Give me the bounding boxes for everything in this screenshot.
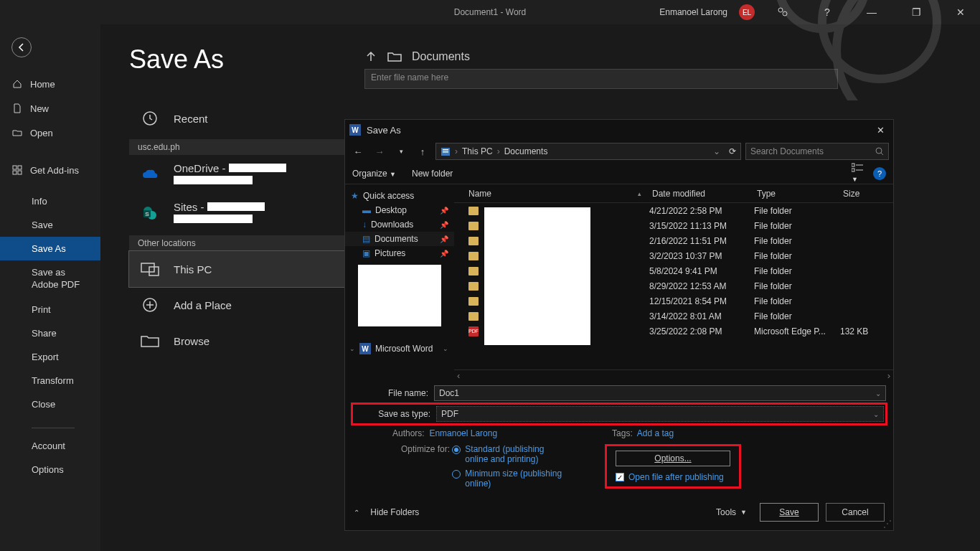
nav-up-icon[interactable]: ↑ (414, 143, 431, 160)
column-date[interactable]: Date modified (652, 189, 757, 199)
nav-open[interactable]: Open (0, 121, 100, 145)
highlight-save-type: Save as type: PDF⌄ (351, 402, 887, 425)
nav-info[interactable]: Info (0, 189, 100, 213)
refresh-icon[interactable]: ⟳ (729, 146, 736, 156)
window-restore-icon[interactable]: ❐ (900, 0, 933, 24)
organize-button[interactable]: Organize ▼ (352, 169, 396, 179)
nav-transform[interactable]: Transform (0, 369, 100, 392)
breadcrumb-root[interactable]: This PC (462, 146, 493, 156)
location-recent[interactable]: Recent (129, 100, 359, 136)
dialog-help-icon[interactable]: ? (873, 167, 886, 180)
nav-get-addins[interactable]: Get Add-ins (0, 158, 100, 182)
nav-print[interactable]: Print (0, 298, 100, 321)
nav-home[interactable]: Home (0, 72, 100, 96)
dialog-footer: ⌃ Hide Folders Tools▼ Save Cancel (345, 493, 893, 530)
tree-documents[interactable]: ▤Documents📌 (345, 232, 454, 246)
nav-options[interactable]: Options (0, 458, 100, 481)
location-add-place[interactable]: Add a Place (129, 287, 359, 323)
window-close-icon[interactable]: ✕ (944, 0, 977, 24)
user-avatar[interactable]: EL (739, 4, 755, 20)
tree-pinned-thumbnail[interactable] (358, 265, 441, 326)
address-bar[interactable]: › This PC › Documents ⌄ ⟳ (435, 143, 741, 160)
user-name[interactable]: Enmanoel Larong (659, 7, 727, 17)
folder-tree: ★Quick access ▬Desktop📌 ↓Downloads📌 ▤Doc… (345, 184, 454, 381)
up-arrow-icon[interactable] (364, 50, 377, 63)
pin-icon: 📌 (440, 250, 448, 258)
nav-save-as[interactable]: Save As (0, 237, 100, 260)
nav-export[interactable]: Export (0, 345, 100, 369)
tools-dropdown[interactable]: Tools▼ (716, 507, 747, 517)
tags-value[interactable]: Add a tag (637, 428, 674, 438)
window-minimize-icon[interactable]: — (855, 0, 888, 24)
tree-desktop[interactable]: ▬Desktop📌 (345, 203, 454, 217)
location-browse[interactable]: Browse (129, 323, 359, 359)
view-mode-icon[interactable]: ▼ (852, 163, 863, 184)
notifications-icon[interactable] (766, 0, 799, 24)
document-title: Document1 - Word (454, 7, 526, 17)
location-onedrive[interactable]: OneDrive - (129, 155, 359, 194)
location-label: Browse (174, 335, 209, 347)
nav-label: Save (32, 220, 53, 230)
cancel-button[interactable]: Cancel (826, 503, 885, 522)
cell-type: File folder (754, 311, 840, 321)
resize-grip-icon[interactable]: ⋰ (883, 519, 892, 529)
folder-icon (468, 207, 479, 215)
back-button[interactable] (11, 37, 32, 57)
save-button[interactable]: Save (760, 503, 819, 522)
savetype-field[interactable]: PDF⌄ (436, 406, 884, 422)
tree-label: Pictures (374, 248, 405, 258)
location-label: Add a Place (174, 299, 232, 311)
tree-microsoft-word[interactable]: ⌄WMicrosoft Word⌄ (345, 341, 454, 357)
tree-quick-access[interactable]: ★Quick access (345, 189, 454, 203)
radio-label: Minimum size (publishing online) (465, 468, 565, 489)
filename-value: Doc1 (439, 388, 459, 398)
nav-close[interactable]: Close (0, 392, 100, 416)
desktop-icon: ▬ (362, 205, 371, 215)
location-sites[interactable]: S Sites - (129, 194, 359, 232)
breadcrumb-leaf[interactable]: Documents (504, 146, 548, 156)
new-folder-button[interactable]: New folder (412, 169, 453, 179)
nav-account[interactable]: Account (0, 434, 100, 458)
highlight-options: Options... ✓ Open file after publishing (605, 444, 741, 489)
nav-back-icon[interactable]: ← (349, 143, 367, 160)
svg-rect-19 (443, 151, 448, 153)
chevron-up-icon: ⌃ (354, 509, 359, 517)
tree-label: Quick access (363, 191, 414, 201)
chevron-down-icon[interactable]: ⌄ (713, 146, 720, 156)
help-icon[interactable]: ? (811, 0, 844, 24)
nav-share[interactable]: Share (0, 321, 100, 345)
tree-downloads[interactable]: ↓Downloads📌 (345, 217, 454, 232)
column-size[interactable]: Size (843, 189, 893, 199)
button-label: Hide Folders (370, 507, 419, 517)
titlebar: Document1 - Word Enmanoel Larong EL ? — … (0, 0, 980, 24)
filename-input[interactable]: Enter file name here (364, 69, 838, 89)
options-button[interactable]: Options... (616, 451, 730, 466)
column-name[interactable]: Name (454, 189, 638, 199)
filename-field[interactable]: Doc1⌄ (434, 385, 886, 401)
search-input[interactable]: Search Documents (745, 143, 889, 160)
nav-new[interactable]: New (0, 96, 100, 121)
cell-type: File folder (754, 221, 840, 231)
column-type[interactable]: Type (757, 189, 843, 199)
chevron-down-icon[interactable]: ⌄ (875, 390, 881, 397)
hide-folders-button[interactable]: ⌃ Hide Folders (354, 507, 419, 517)
cell-date: 3/25/2022 2:08 PM (649, 326, 754, 336)
authors-value[interactable]: Enmanoel Larong (429, 428, 497, 438)
tree-pictures[interactable]: ▣Pictures📌 (345, 246, 454, 260)
folder-icon (468, 252, 479, 260)
radio-standard[interactable]: Standard (publishing online and printing… (452, 444, 565, 464)
nav-forward-icon[interactable]: → (371, 143, 388, 160)
button-label: Tools (716, 507, 736, 517)
nav-save-adobe-pdf[interactable]: Save as Adobe PDF (0, 260, 100, 298)
radio-minimum[interactable]: Minimum size (publishing online) (452, 468, 565, 489)
open-after-checkbox[interactable]: ✓ Open file after publishing (616, 472, 730, 482)
nav-history-icon[interactable]: ▾ (392, 143, 410, 160)
location-this-pc[interactable]: This PC (129, 251, 359, 287)
pin-icon: 📌 (440, 207, 448, 215)
horizontal-scrollbar[interactable]: ‹› (454, 369, 893, 381)
nav-save[interactable]: Save (0, 213, 100, 237)
cell-date: 8/29/2022 12:53 AM (649, 281, 754, 291)
downloads-icon: ↓ (362, 220, 367, 230)
chevron-down-icon[interactable]: ⌄ (873, 410, 879, 418)
dialog-close-icon[interactable]: ✕ (872, 125, 889, 136)
